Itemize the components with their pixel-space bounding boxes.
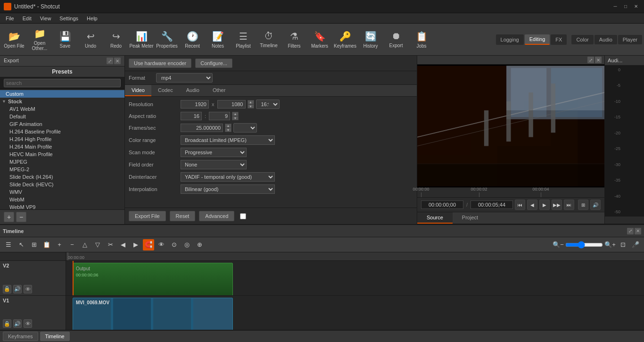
advanced-button[interactable]: Advanced [199, 211, 234, 221]
preset-gif-animation[interactable]: GIF Animation [0, 120, 124, 128]
resolution-spin-down[interactable]: ▼ [248, 104, 254, 108]
open-other-button[interactable]: 📁 Open Other... [27, 25, 52, 54]
export-file-button[interactable]: Export File [129, 211, 166, 221]
resolution-spin-up[interactable]: ▲ [248, 100, 254, 104]
field-order-select[interactable]: None [181, 160, 247, 169]
tab-other[interactable]: Other [206, 85, 232, 96]
preset-slide-deck-hevc[interactable]: Slide Deck (HEVC) [0, 181, 124, 188]
v1-mute-button[interactable]: 🔊 [13, 319, 22, 328]
remove-preset-button[interactable]: − [16, 212, 26, 222]
resolution-width-input[interactable] [181, 100, 209, 108]
playlist-button[interactable]: ☰ Playlist [231, 25, 256, 54]
timeline-scrub-button[interactable]: 👁 [156, 239, 167, 250]
use-hw-encoder-button[interactable]: Use hardware encoder [129, 58, 191, 68]
markers-button[interactable]: 🔖 Markers [307, 25, 332, 54]
timeline-menu-button[interactable]: ☰ [3, 239, 14, 250]
preset-av1-webm[interactable]: AV1 WebM [0, 105, 124, 113]
grid-toggle-button[interactable]: ⊞ [578, 200, 588, 210]
preview-close-button[interactable]: ✕ [595, 57, 602, 63]
timecode-current[interactable]: 00:00:00;00 [421, 200, 463, 209]
recent-button[interactable]: 🕐 Recent [180, 25, 205, 54]
prev-frame-button[interactable]: ◀ [527, 200, 537, 210]
tab-audio[interactable]: Audio [180, 85, 206, 96]
preset-slide-deck-h264[interactable]: Slide Deck (H.264) [0, 173, 124, 181]
track-row-v2[interactable]: Output 00:00:00;06 [66, 261, 644, 295]
close-button[interactable]: ✕ [632, 2, 640, 11]
add-preset-button[interactable]: + [4, 212, 14, 222]
open-file-button[interactable]: 📂 Open File [2, 25, 26, 54]
filters-button[interactable]: ⚗ Filters [282, 25, 306, 54]
tab-codec[interactable]: Codec [151, 85, 180, 96]
timeline-add-button[interactable]: + [54, 239, 65, 250]
fps-spin-down[interactable]: ▼ [225, 128, 231, 132]
fx-view-button[interactable]: FX [551, 34, 567, 45]
v2-eye-button[interactable]: 👁 [24, 285, 32, 293]
jobs-button[interactable]: 📋 Jobs [409, 25, 434, 54]
zoom-out-button[interactable]: 🔍− [553, 239, 564, 250]
timeline-remove-button[interactable]: − [66, 239, 78, 250]
bottom-tab-timeline[interactable]: Timeline [40, 332, 70, 341]
v2-mute-button[interactable]: 🔊 [13, 285, 22, 293]
keyframes-button[interactable]: 🔑 Keyframes [333, 25, 357, 54]
preset-wmv[interactable]: WMV [0, 188, 124, 196]
editing-view-button[interactable]: Editing [525, 34, 550, 45]
menu-settings[interactable]: Settings [56, 15, 82, 22]
scan-mode-select[interactable]: Progressive [181, 148, 247, 157]
minimize-button[interactable]: ─ [611, 2, 619, 11]
timeline-paste-button[interactable]: 📋 [41, 239, 52, 250]
bottom-tab-keyframes[interactable]: Keyframes [3, 332, 38, 341]
interpolation-select[interactable]: Bilinear (good) [181, 184, 275, 194]
tab-video[interactable]: Video [125, 85, 151, 96]
tab-source[interactable]: Source [417, 212, 453, 224]
menu-view[interactable]: View [36, 15, 55, 22]
timeline-ripple-button[interactable]: ⊙ [168, 239, 180, 250]
presets-search-input[interactable] [4, 79, 121, 87]
preset-default[interactable]: Default [0, 113, 124, 120]
redo-button[interactable]: ↪ Redo [104, 25, 128, 54]
clip-v1[interactable]: MVI_0069.MOV [73, 298, 233, 330]
timeline-snap-button[interactable]: 🧲 [143, 239, 154, 250]
export-close-button[interactable]: ✕ [114, 58, 121, 64]
peak-meter-button[interactable]: 📊 Peak Meter [129, 25, 154, 54]
preset-mjpeg[interactable]: MJPEG [0, 158, 124, 166]
next-frame-button[interactable]: ▶▶ [552, 200, 562, 210]
v2-lock-button[interactable]: 🔒 [3, 285, 11, 293]
properties-button[interactable]: 🔧 Properties [155, 25, 179, 54]
fps-input[interactable] [181, 124, 223, 132]
reset-button[interactable]: Reset [170, 211, 196, 221]
aspect-spin-down[interactable]: ▼ [232, 116, 239, 120]
preset-h264-main[interactable]: H.264 Main Profile [0, 143, 124, 150]
aspect-ratio-den-input[interactable] [209, 112, 230, 120]
timeline-prev-button[interactable]: ◀ [117, 239, 129, 250]
play-button[interactable]: ▶ [539, 200, 550, 210]
timeline-close-button[interactable]: ✕ [635, 228, 641, 234]
zoom-fit-button[interactable]: ⊡ [617, 239, 628, 250]
zoom-in-button[interactable]: 🔍+ [604, 239, 616, 250]
timeline-select-button[interactable]: ↖ [16, 239, 27, 250]
logging-view-button[interactable]: Logging [496, 34, 524, 45]
menu-edit[interactable]: Edit [19, 15, 35, 22]
fps-preset-select[interactable] [233, 123, 257, 133]
player-sub-button[interactable]: Player [618, 35, 642, 44]
color-range-select[interactable]: Broadcast Limited (MPEG) [181, 135, 275, 145]
zoom-slider[interactable] [565, 241, 603, 249]
volume-button[interactable]: 🔊 [590, 200, 601, 210]
clip-v2[interactable]: Output 00:00:00;06 [73, 263, 233, 295]
v1-eye-button[interactable]: 👁 [24, 319, 32, 328]
timeline-button[interactable]: ⏱ Timeline [256, 25, 281, 54]
v1-lock-button[interactable]: 🔒 [3, 319, 11, 328]
aspect-spin-up[interactable]: ▲ [232, 112, 239, 116]
format-select[interactable]: mp4 [156, 73, 213, 83]
timeline-expand-button[interactable]: ⤢ [627, 228, 634, 234]
go-to-start-button[interactable]: ⏮ [515, 200, 525, 210]
undo-button[interactable]: ↩ Undo [78, 25, 103, 54]
fps-spin-up[interactable]: ▲ [225, 124, 231, 128]
go-to-end-button[interactable]: ⏭ [564, 200, 574, 210]
preset-mpeg2[interactable]: MPEG-2 [0, 166, 124, 173]
timecode-total[interactable]: 00:00:05;44 [471, 200, 513, 209]
preset-h264-high[interactable]: H.264 High Profile [0, 135, 124, 143]
history-toolbar-button[interactable]: 🔄 History [358, 25, 383, 54]
export-checkbox[interactable] [240, 213, 246, 219]
menu-file[interactable]: File [2, 15, 18, 22]
preview-expand-button[interactable]: ⤢ [587, 57, 594, 63]
